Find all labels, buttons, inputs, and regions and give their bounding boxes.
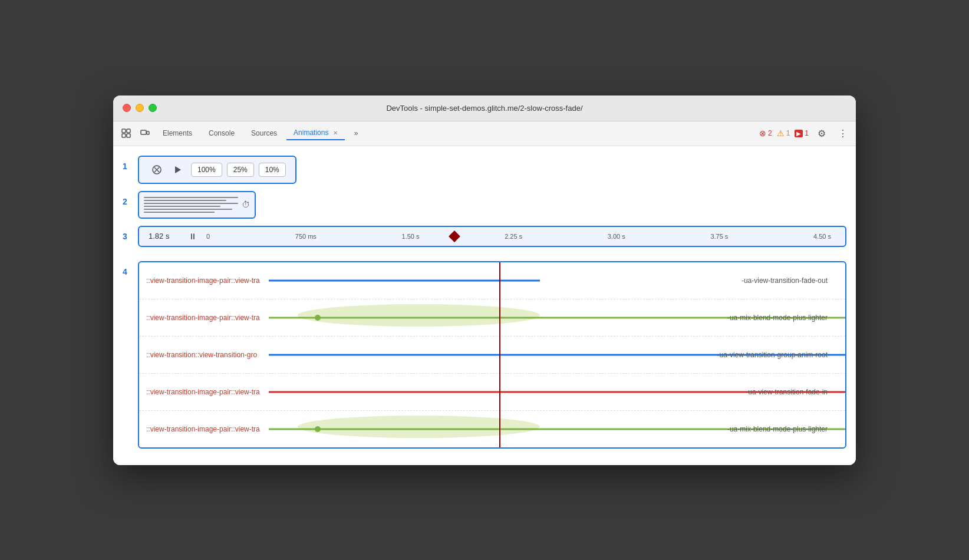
section-1-label: 1 (123, 162, 133, 171)
animation-name-5: ::view-transition-image-pair::view-tra (139, 420, 269, 438)
info-badge[interactable]: ▶ 1 (795, 129, 809, 137)
play-button[interactable] (170, 162, 186, 178)
animation-lines (144, 197, 238, 213)
svg-marker-9 (175, 166, 181, 173)
timeline-header: 1.82 s ⏸ 0 750 ms 1.50 s 2.25 s 3.00 s 3… (138, 226, 846, 247)
table-row: ::view-transition-image-pair::view-tra -… (139, 299, 845, 337)
window-title: DevTools - simple-set-demos.glitch.me/2-… (386, 104, 582, 113)
close-button[interactable] (123, 104, 131, 112)
animation-label-1: -ua-view-transition-fade-out (741, 276, 828, 285)
traffic-lights (123, 104, 157, 112)
tab-console[interactable]: Console (202, 127, 242, 140)
more-tabs-button[interactable]: » (347, 127, 365, 140)
scrubber-line (499, 262, 500, 447)
clear-button[interactable] (149, 162, 165, 178)
svg-rect-5 (147, 131, 149, 134)
timeline-ruler: 0 750 ms 1.50 s 2.25 s 3.00 s 3.75 s 4.5… (202, 233, 836, 240)
ruler-mark-150: 1.50 s (402, 233, 420, 240)
section-4-label: 4 (123, 267, 133, 276)
warning-badge[interactable]: ⚠ 1 (777, 129, 790, 138)
table-row: ::view-transition::view-transition-gro -… (139, 337, 845, 374)
animation-name-4: ::view-transition-image-pair::view-tra (139, 383, 269, 401)
settings-icon[interactable]: ⚙ (813, 125, 830, 141)
tab-animations[interactable]: Animations ✕ (286, 126, 345, 140)
section-3-label: 3 (123, 232, 133, 241)
controls-bar: 100% 25% 10% (138, 156, 296, 184)
anim-line-5 (144, 209, 232, 210)
animation-track-4: -ua-view-transition-fade-in (269, 374, 845, 410)
pause-icon[interactable]: ⏸ (189, 232, 197, 241)
svg-rect-3 (127, 134, 130, 137)
devtools-window: DevTools - simple-set-demos.glitch.me/2-… (113, 95, 856, 465)
svg-rect-4 (141, 130, 146, 134)
animation-dot-5 (315, 426, 321, 432)
speed-10-button[interactable]: 10% (259, 163, 286, 177)
current-time: 1.82 s (149, 232, 184, 241)
animation-track-3: -ua-view-transition-group-anim-root (269, 337, 845, 373)
timeline-scrubber[interactable] (449, 230, 460, 242)
anim-line-3 (144, 203, 238, 204)
animation-label-5: -ua-mix-blend-mode-plus-lighter (727, 425, 828, 433)
toolbar-right: ⊗ 2 ⚠ 1 ▶ 1 ⚙ ⋮ (759, 125, 851, 141)
svg-rect-2 (122, 134, 126, 137)
animation-track-2: -ua-mix-blend-mode-plus-lighter (269, 299, 845, 336)
info-icon: ▶ (795, 130, 803, 137)
anim-line-1 (144, 197, 238, 198)
speed-100-button[interactable]: 100% (191, 163, 222, 177)
table-row: ::view-transition-image-pair::view-tra -… (139, 374, 845, 411)
warning-icon: ⚠ (777, 129, 785, 138)
section-4-row: 4 ::view-transition-image-pair::view-tra… (123, 261, 846, 449)
ruler-mark-450: 4.50 s (813, 233, 831, 240)
anim-line-4 (144, 206, 220, 207)
table-row: ::view-transition-image-pair::view-tra -… (139, 411, 845, 447)
anim-line-2 (144, 200, 226, 201)
animation-group[interactable]: ⏱ (138, 191, 256, 219)
minimize-button[interactable] (136, 104, 144, 112)
animation-blob-2 (298, 304, 540, 327)
title-bar: DevTools - simple-set-demos.glitch.me/2-… (113, 95, 856, 121)
speed-25-button[interactable]: 25% (227, 163, 254, 177)
clock-icon: ⏱ (242, 200, 250, 209)
animations-panel: ::view-transition-image-pair::view-tra -… (138, 261, 846, 449)
tab-sources[interactable]: Sources (244, 127, 284, 140)
device-toolbar-icon[interactable] (137, 125, 153, 141)
more-options-icon[interactable]: ⋮ (835, 125, 851, 141)
section-2-label: 2 (123, 197, 133, 206)
animation-label-3: -ua-view-transition-group-anim-root (717, 351, 828, 359)
animation-label-2: -ua-mix-blend-mode-plus-lighter (727, 314, 828, 322)
animation-name-3: ::view-transition::view-transition-gro (139, 346, 269, 364)
animation-blob-5 (298, 416, 540, 438)
maximize-button[interactable] (149, 104, 157, 112)
tab-close-icon[interactable]: ✕ (333, 130, 338, 136)
ruler-mark-225: 2.25 s (505, 233, 522, 240)
inspect-icon[interactable] (118, 125, 134, 141)
svg-rect-1 (127, 129, 130, 133)
anim-line-6 (144, 212, 215, 213)
animation-dot-2 (315, 315, 321, 321)
animation-name-2: ::view-transition-image-pair::view-tra (139, 309, 269, 327)
ruler-mark-375: 3.75 s (710, 233, 728, 240)
animation-name-1: ::view-transition-image-pair::view-tra (139, 272, 269, 289)
section-3-row: 3 1.82 s ⏸ 0 750 ms 1.50 s 2.25 s 3.00 s… (123, 226, 846, 254)
tab-elements[interactable]: Elements (156, 127, 199, 140)
tab-bar: Elements Console Sources Animations ✕ » … (113, 121, 856, 146)
animation-label-4: -ua-view-transition-fade-in (746, 388, 828, 396)
table-row: ::view-transition-image-pair::view-tra -… (139, 262, 845, 299)
error-badge[interactable]: ⊗ 2 (759, 129, 772, 138)
animation-track-5: -ua-mix-blend-mode-plus-lighter (269, 411, 845, 447)
ruler-mark-300: 3.00 s (608, 233, 625, 240)
section-1-row: 1 100% 25% 10% (123, 156, 846, 184)
ruler-mark-0: 0 (206, 233, 210, 240)
section-2-row: 2 ⏱ (123, 191, 846, 219)
devtools-body: 1 100% 25% 10% (113, 146, 856, 465)
animation-track-1: -ua-view-transition-fade-out (269, 262, 845, 299)
error-icon: ⊗ (759, 129, 766, 138)
ruler-mark-750: 750 ms (295, 233, 317, 240)
svg-rect-0 (122, 129, 126, 133)
